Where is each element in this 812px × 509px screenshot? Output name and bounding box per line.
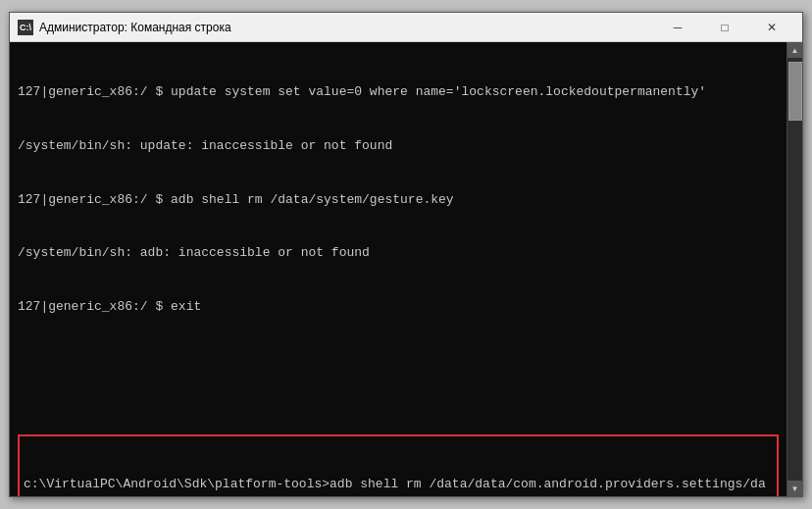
maximize-button[interactable]: □	[702, 13, 747, 42]
terminal-line: 127|generic_x86:/ $ adb shell rm /data/s…	[18, 191, 779, 209]
scrollbar[interactable]: ▲ ▼	[787, 42, 802, 496]
command-line-1: c:\VirtualPC\Android\Sdk\platform-tools>…	[24, 476, 773, 496]
terminal-line: 127|generic_x86:/ $ update system set va…	[18, 83, 779, 101]
scroll-down-button[interactable]: ▼	[787, 481, 802, 496]
terminal-body: 127|generic_x86:/ $ update system set va…	[10, 42, 802, 496]
window-icon: C:\	[18, 20, 33, 35]
scroll-up-button[interactable]: ▲	[787, 42, 802, 58]
window-controls: ─ □ ✕	[655, 13, 794, 42]
window-title: Администратор: Командная строка	[39, 21, 655, 34]
terminal-window: C:\ Администратор: Командная строка ─ □ …	[9, 12, 803, 497]
terminal-line: /system/bin/sh: update: inaccessible or …	[18, 137, 779, 155]
scrollbar-thumb[interactable]	[788, 62, 802, 121]
close-button[interactable]: ✕	[749, 13, 794, 42]
terminal-line: 127|generic_x86:/ $ exit	[18, 298, 779, 316]
terminal-output[interactable]: 127|generic_x86:/ $ update system set va…	[10, 42, 787, 496]
highlighted-command-block: c:\VirtualPC\Android\Sdk\platform-tools>…	[18, 434, 779, 496]
terminal-line: /system/bin/sh: adb: inaccessible or not…	[18, 244, 779, 262]
minimize-button[interactable]: ─	[655, 13, 700, 42]
title-bar: C:\ Администратор: Командная строка ─ □ …	[10, 13, 802, 42]
